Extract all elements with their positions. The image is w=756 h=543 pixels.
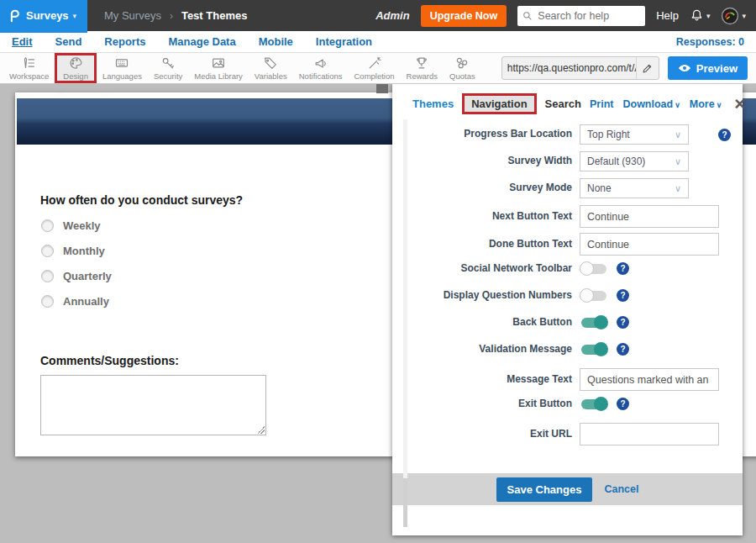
variables-icon bbox=[263, 55, 278, 71]
help-link[interactable]: Help bbox=[656, 9, 679, 22]
url-group: https://qa.questionpro.com/t/AW Preview bbox=[501, 56, 753, 80]
survey-url[interactable]: https://qa.questionpro.com/t/AW bbox=[502, 62, 636, 74]
panel-footer: Save Changes Cancel bbox=[392, 473, 743, 505]
nav-item-reports[interactable]: Reports bbox=[104, 35, 145, 48]
exit-url-input[interactable] bbox=[580, 423, 719, 445]
back-button-help-icon[interactable]: ? bbox=[617, 316, 629, 329]
download-menu[interactable]: Download∨ bbox=[622, 98, 680, 110]
done-button-text-input[interactable] bbox=[580, 233, 719, 256]
panel-header: ThemesNavigationSearch Print Download∨ M… bbox=[392, 84, 743, 118]
validation-message-help-icon[interactable]: ? bbox=[617, 343, 629, 356]
toolbar-item-label: Rewards bbox=[407, 71, 438, 81]
notifications-bell[interactable]: ▾ bbox=[690, 8, 711, 23]
chevron-down-icon: ▾ bbox=[742, 12, 746, 20]
bell-icon bbox=[690, 8, 704, 23]
radio-weekly[interactable] bbox=[41, 219, 54, 232]
field-label: Message Text bbox=[407, 374, 572, 386]
exit-button-help-icon[interactable]: ? bbox=[617, 398, 629, 410]
option-label: Annually bbox=[63, 295, 109, 308]
settings-row-exit-button: Exit Button? bbox=[407, 396, 731, 412]
settings-row-done-button-text: Done Button Text bbox=[407, 233, 731, 256]
design-toolbar: WorkspaceDesignLanguagesSecurityMedia Li… bbox=[0, 52, 756, 84]
preview-button[interactable]: Preview bbox=[668, 56, 748, 80]
more-menu[interactable]: More∨ bbox=[690, 98, 722, 110]
radio-quarterly[interactable] bbox=[41, 270, 54, 282]
survey-mode-select[interactable]: None∨ bbox=[580, 178, 689, 198]
social-network-toolbar-toggle[interactable] bbox=[581, 264, 606, 274]
design-icon bbox=[68, 55, 83, 71]
toolbar-item-design[interactable]: Design bbox=[55, 53, 97, 83]
select-value: Top Right bbox=[587, 129, 630, 140]
message-text-input[interactable] bbox=[580, 368, 719, 391]
tab-themes[interactable]: Themes bbox=[406, 94, 460, 113]
radio-annually[interactable] bbox=[41, 295, 54, 308]
field-control bbox=[580, 368, 719, 391]
settings-row-exit-url: Exit URL bbox=[407, 423, 731, 445]
comments-textarea-wrap bbox=[40, 375, 266, 435]
upgrade-now-button[interactable]: Upgrade Now bbox=[421, 5, 507, 27]
validation-message-toggle[interactable] bbox=[581, 345, 606, 355]
tab-navigation[interactable]: Navigation bbox=[462, 93, 536, 114]
nav-item-manage-data[interactable]: Manage Data bbox=[168, 35, 235, 48]
topbar-right: Admin Upgrade Now Help ▾ ▾ bbox=[375, 5, 756, 27]
settings-row-display-question-numbers: Display Question Numbers? bbox=[407, 287, 731, 303]
field-control: Top Right∨ bbox=[580, 124, 689, 145]
breadcrumb: My Surveys › Test Themes bbox=[104, 9, 247, 22]
breadcrumb-my-surveys[interactable]: My Surveys bbox=[104, 9, 161, 22]
toolbar-item-workspace[interactable]: Workspace bbox=[3, 53, 55, 83]
field-label: Survey Mode bbox=[407, 182, 572, 194]
field-control bbox=[580, 291, 608, 301]
panel-scrollbar[interactable] bbox=[403, 119, 407, 527]
toolbar-item-media-library[interactable]: Media Library bbox=[188, 53, 249, 83]
survey-option-row: Quarterly bbox=[41, 263, 112, 288]
field-label: Validation Message bbox=[407, 344, 572, 356]
comments-textarea[interactable] bbox=[41, 376, 265, 435]
next-button-text-input[interactable] bbox=[580, 205, 719, 228]
close-icon[interactable]: × bbox=[734, 98, 745, 110]
tab-search[interactable]: Search bbox=[538, 94, 588, 113]
surveys-menu[interactable]: Surveys ▾ bbox=[0, 0, 87, 31]
resize-grip[interactable] bbox=[257, 426, 265, 434]
nav-item-mobile[interactable]: Mobile bbox=[259, 35, 293, 48]
account-menu[interactable]: ▾ bbox=[721, 7, 746, 25]
responses-count: Responses: 0 bbox=[676, 36, 744, 48]
avatar bbox=[721, 7, 739, 25]
nav-item-edit[interactable]: Edit bbox=[12, 35, 33, 48]
toolbar-item-rewards[interactable]: Rewards bbox=[401, 53, 444, 83]
nav-item-integration[interactable]: Integration bbox=[316, 35, 372, 48]
field-label: Survey Width bbox=[407, 156, 572, 167]
toolbar-item-languages[interactable]: Languages bbox=[97, 53, 148, 83]
save-changes-button[interactable]: Save Changes bbox=[496, 477, 593, 502]
toolbar-item-variables[interactable]: Variables bbox=[249, 53, 293, 83]
chevron-down-icon: ∨ bbox=[675, 183, 681, 194]
display-question-numbers-toggle[interactable] bbox=[581, 291, 606, 301]
option-label: Weekly bbox=[63, 219, 101, 232]
settings-row-progress-bar-location: Progress Bar LocationTop Right∨? bbox=[407, 124, 731, 145]
print-link[interactable]: Print bbox=[590, 98, 613, 110]
toolbar-item-quotas[interactable]: Quotas bbox=[444, 53, 481, 83]
chevron-down-icon: ∨ bbox=[675, 101, 680, 109]
social-network-toolbar-help-icon[interactable]: ? bbox=[617, 262, 629, 275]
cancel-link[interactable]: Cancel bbox=[604, 483, 638, 495]
panel-scrollbar-thumb[interactable] bbox=[403, 478, 407, 527]
toolbar-item-completion[interactable]: Completion bbox=[349, 53, 401, 83]
toolbar-item-security[interactable]: Security bbox=[148, 53, 188, 83]
rewards-icon bbox=[414, 55, 429, 71]
help-search-input[interactable] bbox=[536, 9, 640, 23]
survey-width-select[interactable]: Default (930)∨ bbox=[580, 151, 689, 171]
display-question-numbers-help-icon[interactable]: ? bbox=[617, 289, 629, 302]
toolbar-item-notifications[interactable]: Notifications bbox=[293, 53, 349, 83]
toolbar-item-label: Languages bbox=[102, 71, 142, 81]
nav-item-send[interactable]: Send bbox=[55, 35, 82, 48]
toolbar-item-label: Design bbox=[63, 71, 88, 81]
progress-bar-location-select[interactable]: Top Right∨ bbox=[580, 124, 689, 145]
toolbar-items: WorkspaceDesignLanguagesSecurityMedia Li… bbox=[3, 53, 481, 83]
edit-url-button[interactable] bbox=[636, 57, 659, 79]
radio-monthly[interactable] bbox=[41, 245, 54, 257]
progress-bar-location-help-icon[interactable]: ? bbox=[718, 129, 731, 141]
back-button-toggle[interactable] bbox=[581, 318, 606, 328]
survey-question: How often do you conduct surveys? bbox=[40, 193, 243, 207]
field-control bbox=[580, 345, 608, 355]
exit-button-toggle[interactable] bbox=[581, 399, 606, 409]
toggle-knob bbox=[594, 397, 608, 411]
